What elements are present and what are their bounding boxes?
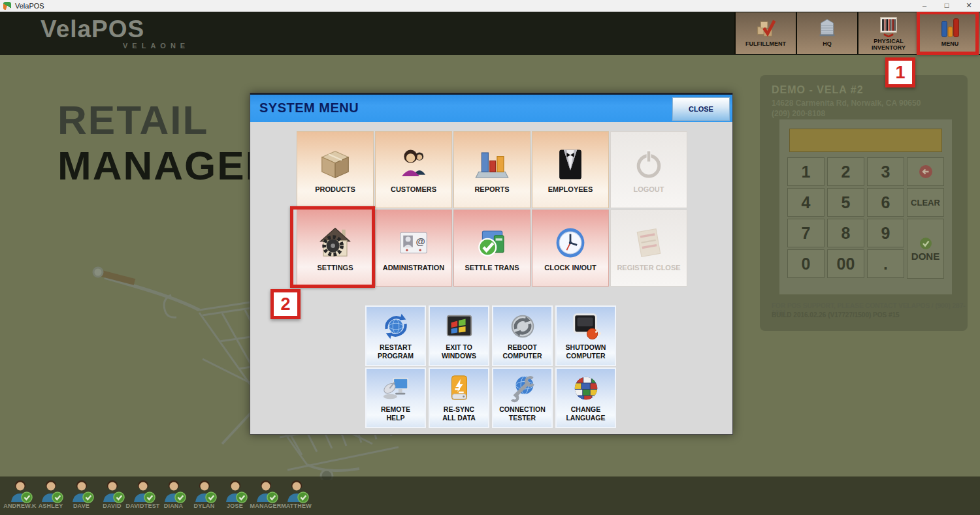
administration-card-icon: @ [396,225,431,260]
employee-avatar-icon [161,478,187,504]
key-backspace[interactable] [907,157,944,186]
employee-name: DIANA [164,503,184,509]
key-6[interactable]: 6 [867,188,904,217]
store-phone: (209) 200-8108 [772,109,825,118]
employee-item[interactable]: DAVID [97,478,127,509]
products-button[interactable]: PRODUCTS [297,131,374,208]
keypad-display[interactable] [789,129,942,152]
administration-label: ADMINISTRATION [383,264,445,272]
shutdown-computer-button[interactable]: SHUTDOWN COMPUTER [555,305,616,366]
fulfillment-button[interactable]: FULFILLMENT [734,12,796,54]
change-language-label: CHANGE LANGUAGE [566,405,605,422]
key-decimal[interactable]: . [867,249,904,278]
key-3[interactable]: 3 [867,157,904,186]
exit-to-windows-button[interactable]: EXIT TO WINDOWS [429,305,489,366]
employee-name: JOSE [227,503,243,509]
connection-tester-label: CONNECTION TESTER [499,405,546,422]
fulfillment-boxes-icon [753,15,778,40]
key-0[interactable]: 0 [787,249,825,278]
employee-name: ASHLEY [39,503,63,509]
store-name: DEMO - VELA #2 [772,84,864,96]
window-titlebar: VelaPOS – □ ✕ [0,0,980,12]
key-7[interactable]: 7 [787,219,825,247]
close-window-button[interactable]: ✕ [958,0,980,11]
app-header: VelaPOS VELAONE FULFILLMENT [0,12,980,55]
restore-button[interactable]: □ [936,0,958,11]
store-info-panel: DEMO - VELA #2 14628 Carmenita Rd, Norwa… [760,75,968,331]
employee-item[interactable]: ANDREW.K [5,478,35,509]
velapos-app: VelaPOS – □ ✕ VelaPOS VELAONE FULFILLMEN… [0,0,980,515]
employee-item[interactable]: MATTHEW [281,478,312,509]
employee-item[interactable]: JOSE [220,478,250,509]
employee-name: MATTHEW [281,503,312,509]
products-label: PRODUCTS [315,185,355,193]
remote-help-icon [381,373,411,403]
physical-inventory-button[interactable]: PHYSICAL INVENTORY [857,12,919,54]
employee-avatar-icon [191,478,218,504]
administration-button[interactable]: @ ADMINISTRATION [375,210,452,287]
done-check-icon [919,236,933,251]
physical-inventory-label: PHYSICAL INVENTORY [872,38,906,52]
employee-item[interactable]: DAVE [66,478,97,509]
dialog-header: SYSTEM MENU CLOSE [250,93,732,122]
change-language-globe-icon [571,373,601,403]
employee-item[interactable]: MANAGER [250,478,281,509]
employee-avatar-icon [130,478,156,504]
register-close-icon [631,225,666,260]
register-close-button-disabled: REGISTER CLOSE [610,210,687,287]
connection-tester-button[interactable]: CONNECTION TESTER [492,367,553,428]
key-4[interactable]: 4 [787,188,825,217]
logout-label: LOGOUT [633,185,664,193]
employee-item[interactable]: DAVIDTEST [127,478,158,509]
settle-trans-button[interactable]: SETTLE TRANS [453,210,531,287]
hq-button[interactable]: HQ [796,12,857,54]
exit-to-windows-label: EXIT TO WINDOWS [442,343,476,360]
employee-name: DAVIDTEST [125,503,159,509]
reports-button[interactable]: REPORTS [453,131,531,208]
hq-label: HQ [823,40,832,47]
key-5[interactable]: 5 [827,188,864,217]
support-line-2: BUILD 2016.02.26 (V17727/1500) POS #15 [772,311,900,319]
key-00[interactable]: 00 [827,249,864,278]
remote-help-button[interactable]: REMOTE HELP [365,367,426,428]
restart-program-icon [381,311,411,341]
minimize-button[interactable]: – [913,0,936,11]
svg-text:@: @ [416,236,425,247]
close-dialog-button[interactable]: CLOSE [672,97,730,121]
done-label: DONE [911,251,939,262]
resync-all-data-button[interactable]: RE-SYNC ALL DATA [429,367,489,428]
employee-item[interactable]: DYLAN [189,478,220,509]
key-clear[interactable]: CLEAR [907,188,944,217]
customers-button[interactable]: CUSTOMERS [375,131,452,208]
reboot-computer-icon [508,311,538,341]
employee-item[interactable]: ASHLEY [35,478,66,509]
employees-button[interactable]: EMPLOYEES [532,131,609,208]
reboot-computer-button[interactable]: REBOOT COMPUTER [492,305,553,366]
logout-button-disabled: LOGOUT [610,131,687,208]
key-2[interactable]: 2 [827,157,864,186]
annotation-badge-1: 1 [885,57,915,87]
key-1[interactable]: 1 [787,157,825,186]
employee-name: DYLAN [194,503,215,509]
employee-avatar-icon [69,478,95,504]
window-title: VelaPOS [15,2,44,10]
employee-avatar-icon [38,478,64,504]
reports-chart-icon [474,147,510,182]
employee-item[interactable]: DIANA [158,478,189,509]
dialog-title: SYSTEM MENU [259,101,359,116]
key-9[interactable]: 9 [867,219,904,247]
velapos-logo: VelaPOS [41,17,144,41]
exit-to-windows-icon [444,311,474,341]
restart-program-label: RESTART PROGRAM [378,343,414,360]
settle-trans-label: SETTLE TRANS [465,264,519,272]
employee-name: DAVID [103,503,121,509]
annotation-badge-2: 2 [270,289,301,319]
key-done[interactable]: DONE [907,219,944,279]
keypad-panel: 1 2 3 4 5 6 CLEAR 7 8 9 DONE [779,119,952,294]
key-8[interactable]: 8 [827,219,864,247]
clock-icon [553,225,588,260]
clock-in-out-button[interactable]: CLOCK IN/OUT [532,210,609,287]
employee-avatar-icon [222,478,248,504]
change-language-button[interactable]: CHANGE LANGUAGE [555,367,616,428]
restart-program-button[interactable]: RESTART PROGRAM [365,305,426,366]
